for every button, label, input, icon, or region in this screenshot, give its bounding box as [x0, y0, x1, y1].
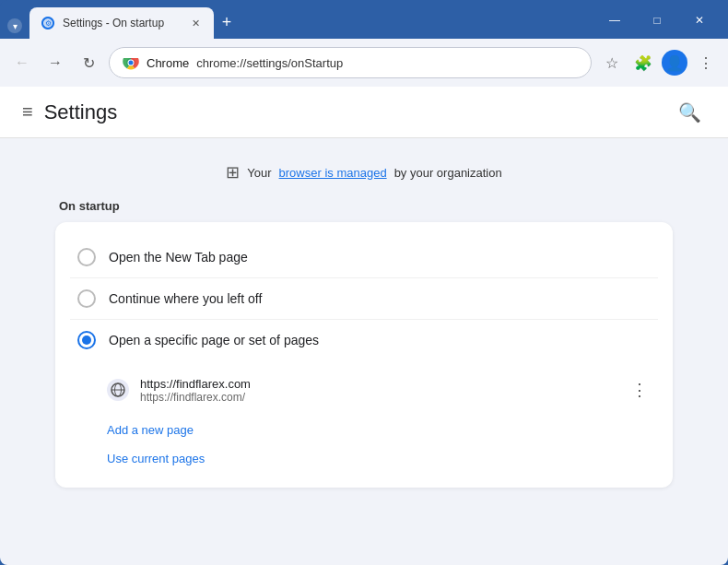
startup-pages-list: https://findflarex.com https://findflare…	[74, 360, 654, 412]
radio-option-new-tab[interactable]: Open the New Tab page	[74, 237, 654, 277]
svg-text:⚙: ⚙	[45, 19, 52, 28]
address-bar-row: ← → ↻ Chrome chrome://settings/onStartup…	[0, 39, 728, 87]
radio-label-specific: Open a specific page or set of pages	[109, 333, 319, 347]
on-startup-section: On startup Open the New Tab page Continu…	[55, 199, 673, 488]
page-urls: https://findflarex.com https://findflare…	[140, 377, 625, 404]
back-button[interactable]: ←	[9, 50, 35, 76]
extension-button[interactable]: 🧩	[630, 50, 656, 76]
close-button[interactable]: ✕	[678, 7, 721, 33]
tab-title: Settings - On startup	[63, 17, 181, 29]
managed-banner: ⊞ Your browser is managed by your organi…	[55, 153, 673, 192]
profile-switcher[interactable]: ▾	[7, 18, 22, 33]
settings-content: ⊞ Your browser is managed by your organi…	[0, 138, 728, 502]
settings-search-button[interactable]: 🔍	[673, 96, 706, 129]
reload-button[interactable]: ↻	[76, 50, 101, 76]
bookmark-button[interactable]: ☆	[599, 50, 625, 76]
address-bar-actions: ☆ 🧩 👤 ⋮	[599, 50, 719, 76]
startup-card: Open the New Tab page Continue where you…	[55, 222, 673, 488]
active-tab[interactable]: ⚙ Settings - On startup ✕	[29, 7, 214, 39]
section-label: On startup	[55, 199, 673, 213]
radio-label-new-tab: Open the New Tab page	[109, 250, 248, 265]
page-url-main: https://findflarex.com	[140, 377, 625, 391]
settings-header: ≡ Settings 🔍	[0, 87, 728, 138]
managed-link[interactable]: browser is managed	[279, 166, 387, 180]
managed-icon: ⊞	[226, 162, 240, 182]
svg-point-5	[129, 61, 134, 65]
radio-dot-specific	[82, 335, 91, 345]
managed-text-before: Your	[247, 166, 271, 180]
tab-left-controls: ▾	[7, 18, 22, 39]
new-tab-button[interactable]: +	[214, 9, 240, 35]
settings-header-left: ≡ Settings	[22, 100, 117, 124]
managed-text-after: by your organization	[394, 166, 502, 180]
use-current-pages-link[interactable]: Use current pages	[107, 448, 654, 469]
profile-avatar[interactable]: 👤	[662, 50, 687, 76]
page-content: ≡ Settings 🔍 rk.com ⊞ Your browser is ma…	[0, 87, 728, 565]
radio-option-specific[interactable]: Open a specific page or set of pages	[74, 320, 654, 360]
settings-page-title: Settings	[44, 100, 118, 124]
radio-option-continue[interactable]: Continue where you left off	[74, 278, 654, 319]
address-field[interactable]: Chrome chrome://settings/onStartup	[109, 47, 592, 78]
hamburger-menu-button[interactable]: ≡	[22, 101, 33, 123]
chrome-label: Chrome	[147, 56, 189, 70]
browser-frame: ▾ ⚙ Settings - On startup ✕ + — □ ✕ ← → …	[0, 0, 728, 565]
settings-main: rk.com ⊞ Your browser is managed by your…	[0, 138, 728, 565]
page-more-button[interactable]: ⋮	[625, 375, 654, 405]
radio-label-continue: Continue where you left off	[109, 291, 262, 306]
chrome-logo-icon	[123, 54, 139, 71]
add-new-page-link[interactable]: Add a new page	[107, 419, 654, 441]
page-url-sub: https://findflarex.com/	[140, 391, 625, 404]
forward-button[interactable]: →	[42, 50, 68, 76]
minimize-button[interactable]: —	[593, 7, 636, 33]
page-globe-icon	[107, 379, 129, 401]
window-controls: — □ ✕	[593, 7, 721, 39]
url-display: chrome://settings/onStartup	[196, 56, 343, 70]
menu-button[interactable]: ⋮	[693, 50, 719, 76]
tab-favicon: ⚙	[41, 16, 55, 30]
radio-circle-specific	[77, 331, 96, 349]
radio-circle-continue	[77, 289, 96, 308]
action-links: Add a new page Use current pages	[74, 412, 654, 473]
tab-bar: ▾ ⚙ Settings - On startup ✕ + — □ ✕	[0, 0, 728, 39]
startup-page-item: https://findflarex.com https://findflare…	[107, 368, 654, 412]
tab-close-button[interactable]: ✕	[188, 16, 203, 30]
radio-circle-new-tab	[77, 248, 96, 266]
maximize-button[interactable]: □	[636, 7, 678, 33]
